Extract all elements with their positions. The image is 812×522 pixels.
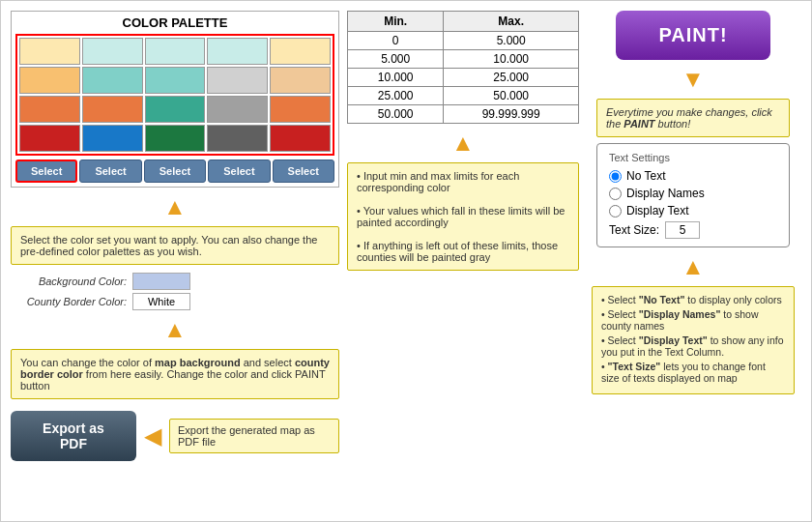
color-cell — [82, 125, 143, 152]
bg-color-swatch[interactable] — [132, 273, 190, 290]
table-row: 5.000 10.000 — [348, 50, 579, 69]
max-value[interactable]: 99.999.999 — [444, 105, 579, 124]
color-cell — [145, 96, 206, 123]
color-cell — [82, 67, 143, 94]
color-cell — [207, 96, 268, 123]
select-btn-2[interactable]: Select — [79, 160, 141, 183]
min-value[interactable]: 5.000 — [348, 50, 444, 69]
table-row: 10.000 25.000 — [348, 69, 579, 87]
min-header: Min. — [348, 12, 444, 32]
no-text-radio-row: No Text — [609, 169, 777, 183]
color-cell — [145, 67, 206, 94]
max-value[interactable]: 50.000 — [444, 87, 579, 105]
text-size-row: Text Size: — [609, 221, 777, 239]
right-info-p1: • Select "No Text" to display only color… — [601, 294, 785, 305]
palette-title: COLOR PALETTE — [15, 15, 334, 30]
color-cell — [207, 67, 268, 94]
max-header: Max. — [444, 12, 579, 32]
paint-info-box: Everytime you make changes, click the PA… — [596, 99, 790, 137]
border-color-row: County Border Color: White — [11, 293, 339, 310]
select-btn-3[interactable]: Select — [144, 160, 206, 183]
text-settings-arrow-up: ▲ — [682, 255, 705, 278]
mid-info-point-3: • If anything is left out of these limit… — [357, 240, 569, 263]
export-row: Export as PDF ◀ Export the generated map… — [11, 411, 339, 461]
mid-info-point-1: • Input min and max limits for each corr… — [357, 170, 569, 193]
min-value[interactable]: 10.000 — [348, 69, 444, 87]
color-cell — [19, 67, 80, 94]
color-cell — [19, 96, 80, 123]
right-info-p2: • Select "Display Names" to show county … — [601, 308, 785, 332]
right-info-box: • Select "No Text" to display only color… — [592, 286, 795, 394]
max-value[interactable]: 10.000 — [444, 50, 579, 69]
select-btn-1[interactable]: Select — [15, 160, 77, 183]
color-cell — [207, 38, 268, 65]
select-btn-5[interactable]: Select — [273, 160, 334, 183]
right-info-p4: • "Text Size" lets you to change font si… — [601, 361, 785, 384]
color-cell — [145, 38, 206, 65]
palette-grid — [15, 34, 334, 156]
select-row: Select Select Select Select Select — [15, 160, 334, 183]
no-text-radio[interactable] — [609, 170, 622, 183]
min-value[interactable]: 25.000 — [348, 87, 444, 105]
display-names-label: Display Names — [626, 187, 705, 200]
text-size-input[interactable] — [665, 221, 700, 239]
color-cell — [207, 125, 268, 152]
min-value[interactable]: 50.000 — [348, 105, 444, 124]
text-size-label: Text Size: — [609, 223, 659, 237]
color-cell — [270, 96, 331, 123]
no-text-label: No Text — [626, 169, 665, 183]
right-column: PAINT! ▼ Everytime you make changes, cli… — [587, 11, 799, 513]
max-value[interactable]: 5.000 — [444, 32, 579, 50]
select-btn-4[interactable]: Select — [208, 160, 270, 183]
export-pdf-button[interactable]: Export as PDF — [11, 411, 136, 461]
text-settings-title: Text Settings — [609, 152, 777, 163]
bg-color-section: Background Color: County Border Color: W… — [11, 273, 339, 310]
table-arrow-up: ▲ — [347, 131, 579, 155]
export-info-box: Export the generated map as PDF file — [169, 419, 339, 453]
left-column: COLOR PALETTE — [11, 11, 339, 513]
table-row: 25.000 50.000 — [348, 87, 579, 105]
range-table: Min. Max. 0 5.000 5.000 10.000 10.000 25… — [347, 11, 579, 124]
palette-info-box: Select the color set you want to apply. … — [11, 226, 339, 265]
bg-info-box: You can change the color of map backgrou… — [11, 349, 339, 399]
color-cell — [270, 67, 331, 94]
min-value[interactable]: 0 — [348, 32, 444, 50]
display-text-label: Display Text — [626, 204, 688, 218]
color-cell — [270, 38, 331, 65]
display-names-radio-row: Display Names — [609, 187, 777, 200]
bg-color-row: Background Color: — [11, 273, 339, 290]
bg-color-label: Background Color: — [11, 276, 127, 287]
table-row: 50.000 99.999.999 — [348, 105, 579, 124]
export-arrow-left: ◀ — [144, 424, 161, 448]
text-settings-box: Text Settings No Text Display Names Disp… — [596, 143, 790, 247]
color-cell — [145, 125, 206, 152]
color-cell — [82, 96, 143, 123]
right-info-p3: • Select "Display Text" to show any info… — [601, 334, 785, 358]
bg-arrow-up: ▲ — [11, 318, 339, 341]
palette-arrow-up: ▲ — [11, 195, 339, 218]
border-color-label: County Border Color: — [11, 296, 127, 307]
color-cell — [82, 38, 143, 65]
color-cell — [19, 125, 80, 152]
mid-info-point-2: • Your values which fall in these limits… — [357, 205, 569, 228]
display-names-radio[interactable] — [609, 188, 622, 200]
table-row: 0 5.000 — [348, 32, 579, 50]
border-color-swatch[interactable]: White — [132, 293, 190, 310]
max-value[interactable]: 25.000 — [444, 69, 579, 87]
palette-section: COLOR PALETTE — [11, 11, 339, 188]
color-cell — [270, 125, 331, 152]
mid-info-box: • Input min and max limits for each corr… — [347, 162, 579, 271]
color-cell — [19, 38, 80, 65]
display-text-radio-row: Display Text — [609, 204, 777, 218]
paint-arrow-down: ▼ — [682, 68, 705, 91]
paint-button[interactable]: PAINT! — [616, 11, 770, 60]
mid-column: Min. Max. 0 5.000 5.000 10.000 10.000 25… — [347, 11, 579, 513]
display-text-radio[interactable] — [609, 205, 622, 218]
